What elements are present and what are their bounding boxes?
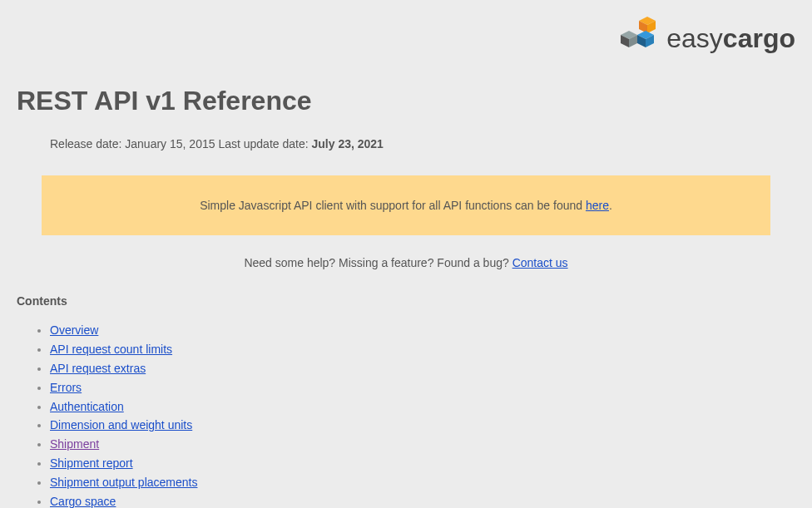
contents-link[interactable]: Dimension and weight units bbox=[50, 418, 192, 432]
logo-text: easycargo bbox=[666, 23, 795, 54]
list-item: API request count limits bbox=[50, 342, 795, 358]
contents-link[interactable]: Cargo space bbox=[50, 495, 116, 508]
header: easycargo bbox=[17, 17, 795, 61]
release-info: Release date: January 15, 2015 Last upda… bbox=[17, 137, 795, 150]
logo: easycargo bbox=[610, 17, 795, 61]
contact-link[interactable]: Contact us bbox=[512, 256, 568, 269]
list-item: Cargo space bbox=[50, 494, 795, 508]
list-item: Overview bbox=[50, 323, 795, 338]
contents-heading: Contents bbox=[17, 294, 795, 308]
list-item: Shipment bbox=[50, 436, 795, 452]
contents-link[interactable]: Authentication bbox=[50, 400, 124, 413]
contents-link[interactable]: Shipment bbox=[50, 437, 99, 451]
list-item: Errors bbox=[50, 380, 795, 396]
help-text: Need some help? Missing a feature? Found… bbox=[17, 256, 795, 269]
contents-list: OverviewAPI request count limitsAPI requ… bbox=[17, 323, 795, 508]
logo-icon bbox=[610, 17, 660, 61]
contents-link[interactable]: Errors bbox=[50, 381, 82, 394]
contents-link[interactable]: Overview bbox=[50, 323, 98, 337]
contents-link[interactable]: API request extras bbox=[50, 362, 146, 375]
list-item: Dimension and weight units bbox=[50, 417, 795, 433]
contents-link[interactable]: Shipment output placements bbox=[50, 476, 197, 489]
contents-link[interactable]: API request count limits bbox=[50, 343, 172, 356]
list-item: Authentication bbox=[50, 399, 795, 415]
list-item: Shipment output placements bbox=[50, 475, 795, 491]
page-title: REST API v1 Reference bbox=[17, 86, 795, 116]
list-item: API request extras bbox=[50, 361, 795, 377]
list-item: Shipment report bbox=[50, 456, 795, 471]
notice-box: Simple Javascript API client with suppor… bbox=[42, 175, 770, 235]
notice-link[interactable]: here bbox=[586, 199, 609, 212]
contents-link[interactable]: Shipment report bbox=[50, 456, 133, 470]
